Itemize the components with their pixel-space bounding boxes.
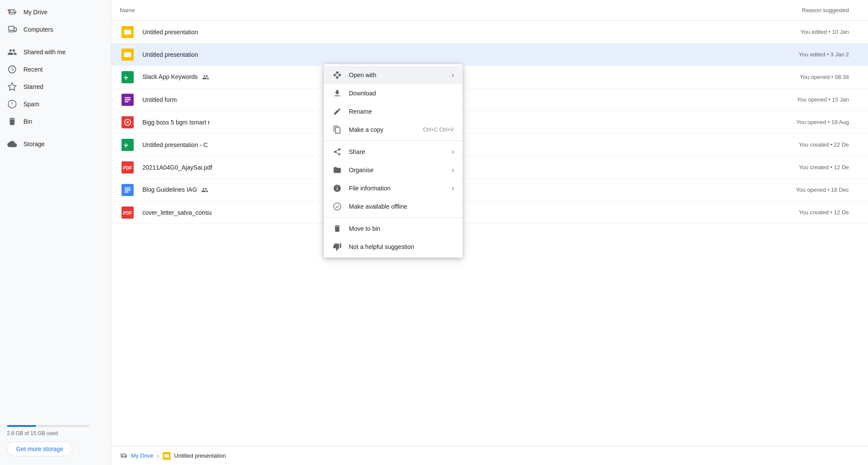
file-icon-sheets: + [120,69,135,85]
download-icon [332,88,342,98]
svg-text:+: + [124,73,128,82]
sidebar-item-shared[interactable]: Shared with me [0,43,104,61]
breadcrumb-bar: My Drive › Untitled presentation [111,446,868,465]
svg-rect-1 [14,28,17,31]
sidebar-item-my-drive[interactable]: My Drive [0,3,104,21]
svg-point-29 [334,203,341,210]
sidebar-item-starred-label: Starred [23,83,43,90]
breadcrumb-slides-icon [163,452,171,460]
context-menu-item-not-helpful[interactable]: Not a helpful suggestion [324,238,463,256]
svg-rect-0 [9,26,14,30]
trash-icon [332,224,342,233]
storage-bar-background [7,425,89,427]
sidebar-item-spam[interactable]: Spam [0,95,104,113]
sidebar-item-storage[interactable]: Storage [0,135,104,153]
arrow-icon: › [452,71,454,79]
main-content: Name Reason suggested Untitled presentat… [111,0,868,465]
sidebar-item-storage-label: Storage [23,141,45,147]
table-row[interactable]: PDF cover_letter_satva_consu You created… [111,201,868,224]
breadcrumb-item-file[interactable]: Untitled presentation [174,452,226,459]
people-icon [7,47,17,57]
menu-divider [324,217,463,218]
clock-icon [7,64,17,75]
menu-label: Not a helpful suggestion [349,243,454,250]
move-icon [332,70,342,80]
svg-rect-26 [125,191,128,192]
table-row[interactable]: + Slack App Keywords You opened • 08:38 [111,66,868,88]
menu-label: Organise [349,167,445,174]
context-menu-item-open-with[interactable]: Open with › [324,66,463,84]
context-menu-item-rename[interactable]: Rename [324,102,463,121]
file-icon-forms [120,92,135,108]
file-icon-pdf: PDF [120,205,135,220]
svg-rect-15 [125,101,128,102]
sidebar-item-shared-label: Shared with me [23,49,66,56]
svg-rect-14 [125,99,131,100]
star-icon [7,82,17,92]
context-menu-item-file-info[interactable]: File information › [324,179,463,197]
context-menu-item-share[interactable]: Share › [324,143,463,161]
table-row[interactable]: Untitled presentation You edited • 10 Ja… [111,21,868,43]
svg-marker-2 [8,83,16,90]
menu-divider [324,141,463,141]
menu-label: Share [349,148,445,155]
thumbdown-icon [332,242,342,252]
arrow-icon: › [452,184,454,192]
file-reason: You edited • 3 Jan 2 [738,51,859,58]
organise-icon [332,165,342,175]
svg-rect-31 [164,454,169,458]
file-reason: You opened • 19 Aug [738,119,859,125]
context-menu-item-move-bin[interactable]: Move to bin [324,219,463,238]
offline-icon [332,202,342,211]
table-row[interactable]: Untitled presentation You edited • 3 Jan… [111,43,868,66]
sidebar-item-starred[interactable]: Starred [0,78,104,95]
table-row[interactable]: Bigg boss 5 bgm Ismart r You opened • 19… [111,111,868,134]
menu-shortcut: Ctrl+C Ctrl+V [423,127,454,133]
sidebar-item-bin-label: Bin [23,118,32,125]
storage-section: 2.8 GB of 15 GB used Get more storage [0,420,111,462]
breadcrumb-item-drive[interactable]: My Drive [131,452,153,459]
col-name-header: Name [120,7,738,13]
svg-rect-24 [125,187,131,188]
cloud-icon [7,139,17,149]
arrow-icon: › [452,166,454,174]
menu-label: Open with [349,72,445,79]
svg-text:PDF: PDF [123,210,133,215]
rename-icon [332,107,342,116]
table-row[interactable]: + Untitled presentation - C You created … [111,134,868,156]
breadcrumb-drive-icon [120,452,128,460]
file-reason: You created • 22 De [738,141,859,148]
context-menu: Open with › Download Rename Make a copy … [324,64,463,258]
table-row[interactable]: PDF 20211A04G0_AjaySai.pdf You created •… [111,156,868,179]
sidebar-item-computers[interactable]: Computers [0,21,104,38]
sidebar-item-computers-label: Computers [23,26,53,33]
table-row[interactable]: Blog Guidelines IAG You opened • 18 Dec [111,179,868,201]
file-name: Untitled presentation [142,51,738,58]
context-menu-item-download[interactable]: Download [324,84,463,102]
menu-label: Rename [349,108,454,115]
svg-rect-7 [124,29,131,35]
file-reason: You edited • 10 Jan [738,29,859,35]
sidebar-item-recent[interactable]: Recent [0,61,104,78]
col-reason-header: Reason suggested [738,7,859,13]
table-row[interactable]: Untitled form You opened • 15 Jan [111,88,868,111]
file-icon-audio [120,115,135,130]
sidebar-item-spam-label: Spam [23,101,39,108]
get-more-storage-button[interactable]: Get more storage [7,442,72,456]
menu-label: Make available offline [349,203,454,210]
file-icon-slides [120,47,135,62]
info-icon [332,183,342,193]
storage-bar-fill [7,425,36,427]
sidebar-item-bin[interactable]: Bin [0,113,104,130]
context-menu-item-make-copy[interactable]: Make a copy Ctrl+C Ctrl+V [324,121,463,139]
context-menu-item-offline[interactable]: Make available offline [324,197,463,216]
menu-label: Make a copy [349,126,416,133]
copy-icon [332,125,342,134]
drive-icon [7,7,17,17]
context-menu-item-organise[interactable]: Organise › [324,161,463,179]
arrow-icon: › [452,148,454,156]
sidebar-item-recent-label: Recent [23,66,43,73]
file-icon-sheets: + [120,137,135,153]
file-list: Untitled presentation You edited • 10 Ja… [111,21,868,465]
table-header: Name Reason suggested [111,0,868,21]
